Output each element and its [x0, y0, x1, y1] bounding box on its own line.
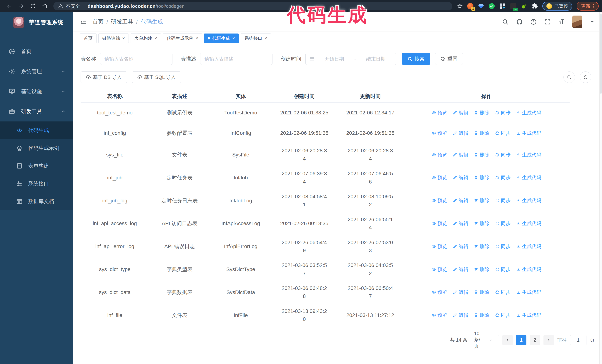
generate-code-link[interactable]: 生成代码 [516, 289, 541, 296]
sidebar-subitem-2[interactable]: 表单构建 [0, 157, 73, 175]
search-icon[interactable] [502, 19, 509, 25]
extension-green-icon[interactable] [521, 3, 527, 9]
close-tab-icon[interactable]: × [265, 36, 267, 41]
fullscreen-icon[interactable] [544, 19, 551, 25]
search-button[interactable]: 搜索 [402, 53, 430, 65]
sidebar-item-3[interactable]: 研发工具 [0, 102, 73, 122]
sidebar-subitem-1[interactable]: 代码生成示例 [0, 139, 73, 157]
table-desc-input[interactable] [200, 53, 272, 65]
generate-code-link[interactable]: 生成代码 [516, 243, 541, 250]
reload-icon[interactable] [27, 2, 39, 10]
scrollbar-thumb[interactable] [600, 14, 602, 94]
date-range-picker[interactable]: 开始日期 - 结束日期 [305, 53, 396, 65]
generate-code-link[interactable]: 生成代码 [516, 109, 541, 116]
sync-link[interactable]: 同步 [495, 266, 510, 273]
forward-icon[interactable] [15, 2, 27, 10]
preview-link[interactable]: 预览 [431, 174, 447, 181]
home-icon[interactable] [39, 2, 51, 10]
menu-fold-icon[interactable] [80, 19, 87, 25]
generate-code-link[interactable]: 生成代码 [516, 129, 541, 137]
tab-2[interactable]: 表单构建 × [130, 33, 161, 43]
generate-code-link[interactable]: 生成代码 [516, 266, 541, 273]
edit-link[interactable]: 编辑 [453, 312, 468, 319]
extension-orange-icon[interactable]: 1 [467, 3, 473, 9]
delete-link[interactable]: 删除 [474, 266, 489, 273]
preview-link[interactable]: 预览 [431, 151, 447, 158]
refresh-table-button[interactable] [580, 72, 591, 83]
preview-link[interactable]: 预览 [431, 109, 447, 116]
sidebar-subitem-4[interactable]: 数据库文档 [0, 193, 73, 210]
edit-link[interactable]: 编辑 [453, 289, 468, 296]
edit-link[interactable]: 编辑 [453, 174, 468, 181]
preview-link[interactable]: 预览 [431, 243, 447, 250]
sync-link[interactable]: 同步 [495, 174, 510, 181]
generate-code-link[interactable]: 生成代码 [516, 174, 541, 181]
delete-link[interactable]: 删除 [474, 197, 489, 204]
reset-button[interactable]: 重置 [435, 53, 463, 65]
goto-page-input[interactable]: 1 [570, 335, 586, 345]
edit-link[interactable]: 编辑 [453, 109, 468, 116]
extension-grid-icon[interactable] [499, 3, 506, 9]
help-icon[interactable] [530, 19, 537, 25]
profile-paused-badge[interactable]: 已暂停 [542, 2, 572, 10]
close-tab-icon[interactable]: × [232, 36, 235, 41]
breadcrumb-parent[interactable]: 研发工具 [111, 18, 133, 26]
browser-update-button[interactable]: 更新 [577, 2, 599, 10]
page-button-1[interactable]: 1 [516, 335, 527, 345]
edit-link[interactable]: 编辑 [453, 266, 468, 273]
edit-link[interactable]: 编辑 [453, 129, 468, 137]
sidebar-item-2[interactable]: 基础设施 [0, 82, 73, 102]
delete-link[interactable]: 删除 [474, 174, 489, 181]
sidebar-subitem-3[interactable]: 系统接口 [0, 175, 73, 193]
sync-link[interactable]: 同步 [495, 129, 510, 137]
sync-link[interactable]: 同步 [495, 312, 510, 319]
menu-dots-icon[interactable] [593, 4, 594, 8]
font-size-icon[interactable] [558, 19, 565, 25]
generate-code-link[interactable]: 生成代码 [516, 312, 541, 319]
delete-link[interactable]: 删除 [474, 220, 489, 227]
tab-3[interactable]: 代码生成示例 × [163, 33, 202, 43]
delete-link[interactable]: 删除 [474, 312, 489, 319]
github-icon[interactable] [516, 19, 523, 25]
extension-diamond-icon[interactable] [478, 3, 484, 9]
sync-link[interactable]: 同步 [495, 197, 510, 204]
extension-puzzle-icon[interactable] [532, 3, 538, 9]
page-size-select[interactable]: 10条/页 [471, 335, 499, 345]
close-tab-icon[interactable]: × [154, 36, 157, 41]
delete-link[interactable]: 删除 [474, 243, 489, 250]
sidebar-item-1[interactable]: 系统管理 [0, 62, 73, 82]
breadcrumb-home[interactable]: 首页 [92, 18, 104, 26]
preview-link[interactable]: 预览 [431, 129, 447, 137]
sync-link[interactable]: 同步 [495, 109, 510, 116]
generate-code-link[interactable]: 生成代码 [516, 220, 541, 227]
prev-page-button[interactable] [502, 335, 513, 345]
delete-link[interactable]: 删除 [474, 289, 489, 296]
preview-link[interactable]: 预览 [431, 312, 447, 319]
generate-code-link[interactable]: 生成代码 [516, 197, 541, 204]
tab-1[interactable]: 链路追踪 × [98, 33, 129, 43]
caret-down-icon[interactable] [590, 20, 595, 24]
preview-link[interactable]: 预览 [431, 289, 447, 296]
preview-link[interactable]: 预览 [431, 266, 447, 273]
edit-link[interactable]: 编辑 [453, 220, 468, 227]
user-avatar[interactable] [572, 16, 582, 28]
extension-check-icon[interactable] [489, 3, 495, 9]
sync-link[interactable]: 同步 [495, 220, 510, 227]
sync-link[interactable]: 同步 [495, 151, 510, 158]
delete-link[interactable]: 删除 [474, 151, 489, 158]
back-icon[interactable] [3, 2, 15, 10]
table-name-input[interactable] [100, 53, 172, 65]
tab-4[interactable]: 代码生成 × [204, 33, 239, 43]
sync-link[interactable]: 同步 [495, 289, 510, 296]
close-tab-icon[interactable]: × [196, 36, 198, 41]
sync-link[interactable]: 同步 [495, 243, 510, 250]
address-bar[interactable]: 不安全 dashboard.yudao.iocoder.cn /tool/cod… [53, 2, 452, 10]
delete-link[interactable]: 删除 [474, 109, 489, 116]
import-sql-button[interactable]: 基于 SQL 导入 [132, 72, 181, 83]
sidebar-subitem-0[interactable]: 代码生成 [0, 122, 73, 139]
sidebar-item-0[interactable]: 首页 [0, 42, 73, 62]
generate-code-link[interactable]: 生成代码 [516, 151, 541, 158]
import-db-button[interactable]: 基于 DB 导入 [81, 72, 127, 83]
preview-link[interactable]: 预览 [431, 220, 447, 227]
close-tab-icon[interactable]: × [122, 36, 125, 41]
